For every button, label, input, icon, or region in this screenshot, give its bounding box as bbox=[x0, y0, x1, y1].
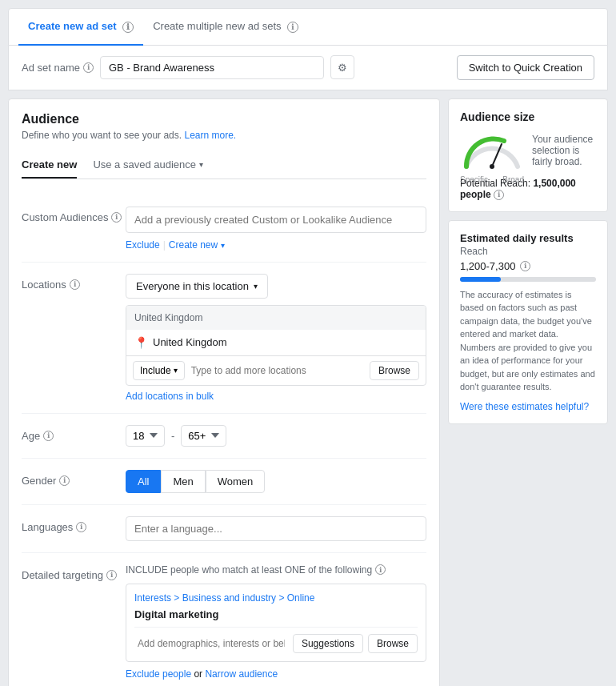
location-header: United Kingdom bbox=[126, 306, 426, 330]
reach-bar bbox=[460, 277, 596, 282]
gender-women-button[interactable]: Women bbox=[206, 470, 266, 493]
custom-audiences-label: Custom Audiences ℹ bbox=[22, 207, 126, 223]
reach-range-info-icon[interactable]: ℹ bbox=[520, 261, 530, 271]
location-pin-icon: 📍 bbox=[134, 336, 148, 349]
tab-create-multiple-info-icon[interactable]: ℹ bbox=[287, 22, 298, 33]
custom-audiences-content: Exclude | Create new ▾ bbox=[126, 207, 426, 251]
potential-reach-info-icon[interactable]: ℹ bbox=[494, 190, 504, 200]
targeting-desc-info-icon[interactable]: ℹ bbox=[375, 564, 386, 575]
custom-audience-input[interactable] bbox=[126, 207, 426, 233]
gauge-description: Your audience selection is fairly broad. bbox=[532, 134, 596, 167]
tab-create-new-info-icon[interactable]: ℹ bbox=[122, 22, 134, 33]
age-row: Age ℹ 18 19202125 30354045 50556065 - 18 bbox=[22, 414, 426, 459]
age-dash: - bbox=[171, 430, 174, 442]
languages-label: Languages ℹ bbox=[22, 516, 126, 533]
targeting-browse-button[interactable]: Browse bbox=[368, 634, 418, 653]
targeting-footer: Exclude people or Narrow audience bbox=[126, 668, 426, 680]
audience-size-title: Audience size bbox=[460, 110, 596, 123]
languages-input[interactable] bbox=[126, 516, 426, 541]
languages-content bbox=[126, 516, 426, 541]
ad-name-label: Ad set name ℹ bbox=[22, 62, 94, 74]
sub-tab-create-new[interactable]: Create new bbox=[22, 152, 77, 179]
sub-tabs: Create new Use a saved audience ▾ bbox=[22, 152, 426, 179]
learn-more-link[interactable]: Learn more. bbox=[184, 130, 236, 141]
reach-range: 1,200-7,300 ℹ bbox=[460, 260, 596, 272]
detailed-targeting-row: Detailed targeting ℹ INCLUDE people who … bbox=[22, 553, 426, 687]
targeting-search-input[interactable] bbox=[134, 635, 288, 652]
right-panel: Audience size bbox=[448, 98, 608, 687]
location-browse-button[interactable]: Browse bbox=[370, 361, 419, 380]
reach-label: Reach bbox=[460, 246, 596, 257]
gear-button[interactable]: ⚙ bbox=[330, 55, 354, 79]
estimated-results-card: Estimated daily results Reach 1,200-7,30… bbox=[448, 220, 608, 424]
location-item: 📍 United Kingdom bbox=[126, 330, 426, 355]
svg-point-1 bbox=[490, 164, 494, 169]
create-new-dropdown[interactable]: Create new ▾ bbox=[169, 239, 225, 251]
targeting-box: Interests > Business and industry > Onli… bbox=[126, 584, 426, 662]
targeting-description: INCLUDE people who match at least ONE of… bbox=[126, 564, 426, 576]
languages-row: Languages ℹ bbox=[22, 505, 426, 553]
audience-size-card: Audience size bbox=[448, 98, 608, 212]
include-button[interactable]: Include ▾ bbox=[133, 361, 185, 380]
sub-tab-saved-audience[interactable]: Use a saved audience ▾ bbox=[93, 152, 203, 179]
detailed-targeting-content: INCLUDE people who match at least ONE of… bbox=[126, 564, 426, 680]
custom-audiences-info-icon[interactable]: ℹ bbox=[111, 212, 122, 223]
targeting-item: Digital marketing bbox=[134, 604, 418, 624]
age-controls: 18 19202125 30354045 50556065 - 18192021… bbox=[126, 425, 426, 447]
exclude-people-link[interactable]: Exclude people bbox=[126, 668, 191, 680]
ad-name-input[interactable] bbox=[100, 56, 324, 79]
panel-subtitle: Define who you want to see your ads. Lea… bbox=[22, 130, 426, 141]
gender-men-button[interactable]: Men bbox=[161, 470, 205, 493]
age-content: 18 19202125 30354045 50556065 - 18192021… bbox=[126, 425, 426, 447]
gender-content: All Men Women bbox=[126, 470, 426, 493]
audience-panel: Audience Define who you want to see your… bbox=[8, 98, 440, 687]
location-box: United Kingdom 📍 United Kingdom Include … bbox=[126, 305, 426, 386]
gauge-chart: Specific Broad bbox=[460, 131, 524, 170]
audience-actions: Exclude | Create new ▾ bbox=[126, 239, 426, 251]
location-input-row: Include ▾ Browse bbox=[126, 355, 426, 385]
add-bulk-link[interactable]: Add locations in bulk bbox=[126, 391, 214, 402]
age-info-icon[interactable]: ℹ bbox=[43, 431, 54, 441]
location-search-input[interactable] bbox=[190, 363, 365, 378]
gauge-row: Specific Broad Your audience selection i… bbox=[460, 131, 596, 170]
targeting-breadcrumb[interactable]: Interests > Business and industry > Onli… bbox=[134, 592, 418, 604]
targeting-input-row: Suggestions Browse bbox=[134, 627, 418, 653]
detailed-targeting-info-icon[interactable]: ℹ bbox=[106, 570, 117, 580]
panel-title: Audience bbox=[22, 112, 426, 126]
estimated-note: The accuracy of estimates is based on fa… bbox=[460, 288, 596, 394]
gender-info-icon[interactable]: ℹ bbox=[59, 475, 70, 486]
location-type-chevron-icon: ▾ bbox=[254, 282, 258, 291]
exclude-link[interactable]: Exclude bbox=[126, 239, 160, 251]
gender-label: Gender ℹ bbox=[22, 470, 126, 487]
suggestions-button[interactable]: Suggestions bbox=[293, 634, 363, 653]
narrow-audience-link[interactable]: Narrow audience bbox=[205, 668, 278, 680]
reach-bar-fill bbox=[460, 277, 501, 282]
ad-name-info-icon[interactable]: ℹ bbox=[83, 62, 94, 73]
tab-create-new[interactable]: Create new ad set ℹ bbox=[18, 9, 143, 46]
age-label: Age ℹ bbox=[22, 425, 126, 442]
languages-info-icon[interactable]: ℹ bbox=[76, 522, 86, 532]
locations-info-icon[interactable]: ℹ bbox=[70, 279, 80, 290]
switch-quick-creation-button[interactable]: Switch to Quick Creation bbox=[457, 55, 594, 80]
include-chevron-icon: ▾ bbox=[174, 366, 178, 375]
estimated-title: Estimated daily results bbox=[460, 232, 596, 244]
age-max-select[interactable]: 18192021 25303540 45505560 65+ bbox=[181, 425, 226, 447]
age-min-select[interactable]: 18 19202125 30354045 50556065 bbox=[126, 425, 165, 447]
tab-create-multiple[interactable]: Create multiple new ad sets ℹ bbox=[143, 9, 308, 46]
create-new-chevron-icon: ▾ bbox=[221, 241, 225, 250]
location-type-dropdown[interactable]: Everyone in this location ▾ bbox=[126, 274, 268, 299]
locations-content: Everyone in this location ▾ United Kingd… bbox=[126, 274, 426, 402]
helpful-link[interactable]: Were these estimates helpful? bbox=[460, 401, 589, 412]
tab-create-multiple-label: Create multiple new ad sets bbox=[153, 20, 281, 32]
ad-name-bar: Ad set name ℹ ⚙ Switch to Quick Creation bbox=[8, 46, 608, 90]
gauge-labels: Specific Broad bbox=[460, 175, 524, 184]
custom-audiences-row: Custom Audiences ℹ Exclude | Create new … bbox=[22, 195, 426, 263]
main-layout: Audience Define who you want to see your… bbox=[8, 98, 608, 687]
locations-row: Locations ℹ Everyone in this location ▾ … bbox=[22, 263, 426, 414]
gender-row: Gender ℹ All Men Women bbox=[22, 459, 426, 505]
gender-buttons: All Men Women bbox=[126, 470, 426, 493]
saved-audience-chevron-icon: ▾ bbox=[199, 160, 203, 169]
locations-label: Locations ℹ bbox=[22, 274, 126, 291]
gender-all-button[interactable]: All bbox=[126, 470, 161, 493]
tabs-bar: Create new ad set ℹ Create multiple new … bbox=[8, 8, 608, 46]
